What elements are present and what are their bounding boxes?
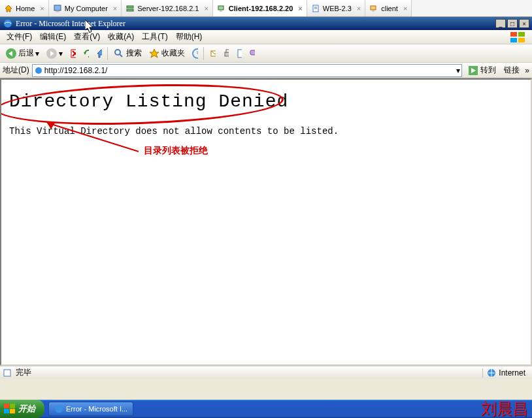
edit-button[interactable]: [233, 48, 244, 59]
chevron-down-icon: ▾: [59, 49, 63, 58]
task-label: Error - Microsoft I...: [66, 405, 127, 413]
svg-rect-4: [127, 9, 133, 11]
window-title: Error - Microsoft Internet Explorer: [16, 19, 125, 29]
svg-rect-5: [218, 6, 224, 10]
address-box[interactable]: ▾: [32, 64, 463, 77]
page-done-icon: [3, 368, 13, 378]
tab-home[interactable]: Home ×: [0, 0, 49, 16]
security-zone: Internet: [482, 368, 529, 378]
back-label: 后退: [18, 48, 34, 59]
svg-rect-46: [10, 404, 15, 408]
tab-my-computer[interactable]: My Computer ×: [49, 0, 122, 16]
favorites-label: 收藏夹: [161, 48, 185, 59]
chevron-right-icon[interactable]: »: [525, 66, 529, 75]
taskbar-task[interactable]: Error - Microsoft I...: [48, 402, 133, 416]
menu-view[interactable]: 查看(V): [70, 30, 104, 44]
close-icon[interactable]: ×: [204, 5, 208, 12]
svg-rect-34: [226, 50, 229, 52]
links-label[interactable]: 链接: [501, 65, 522, 76]
svg-rect-43: [4, 370, 10, 376]
windows-logo-icon: [4, 404, 16, 414]
annotation-arrow: [41, 119, 145, 158]
svg-point-49: [55, 405, 63, 413]
windows-flag-icon: [507, 31, 529, 43]
svg-rect-33: [225, 52, 229, 56]
back-button[interactable]: 后退 ▾: [3, 46, 42, 61]
svg-rect-6: [220, 10, 222, 12]
svg-rect-11: [372, 10, 374, 12]
svg-rect-1: [54, 5, 61, 10]
print-button[interactable]: [220, 48, 231, 59]
internet-icon: [487, 368, 496, 378]
zone-label: Internet: [499, 368, 525, 378]
discuss-button[interactable]: [246, 48, 258, 59]
ie-status-bar: 完毕 Internet: [0, 366, 532, 379]
menu-help[interactable]: 帮助(H): [172, 30, 207, 44]
error-heading: Directory Listing Denied: [9, 91, 523, 112]
close-button[interactable]: ×: [519, 19, 529, 28]
forward-icon: [46, 48, 58, 59]
maximize-button[interactable]: □: [507, 19, 518, 28]
tab-label: Server-192.168.2.1: [137, 5, 199, 12]
svg-line-27: [120, 54, 122, 57]
search-label: 搜索: [126, 48, 142, 59]
svg-marker-0: [5, 5, 12, 12]
search-button[interactable]: 搜索: [110, 46, 144, 61]
address-label: 地址(D): [3, 65, 29, 76]
back-icon: [5, 48, 17, 59]
signature-watermark: 刘晨昌: [481, 398, 528, 418]
tab-label: Client-192.168.2.20: [229, 5, 293, 12]
ie-icon: [3, 18, 13, 29]
menu-file[interactable]: 文件(F): [3, 30, 36, 44]
close-icon[interactable]: ×: [357, 5, 361, 12]
svg-rect-48: [10, 409, 15, 413]
tab-web[interactable]: WEB-2.3 ×: [307, 0, 365, 16]
start-button[interactable]: 开始: [0, 400, 44, 418]
menu-tools[interactable]: 工具(T): [138, 30, 171, 44]
go-button[interactable]: 转到: [465, 65, 499, 76]
menu-favorites[interactable]: 收藏(A): [104, 30, 138, 44]
mail-button[interactable]: [207, 48, 218, 59]
server-icon: [125, 4, 135, 13]
svg-line-31: [197, 54, 198, 55]
toolbar: 后退 ▾ ▾ 搜索 收藏夹: [0, 44, 532, 63]
tab-label: My Computer: [65, 5, 108, 12]
menu-edit[interactable]: 编辑(E): [36, 30, 70, 44]
svg-rect-14: [518, 32, 525, 37]
forward-button[interactable]: ▾: [43, 46, 65, 61]
svg-rect-2: [56, 11, 59, 12]
svg-marker-25: [97, 50, 102, 57]
tab-client2[interactable]: client ×: [365, 0, 412, 16]
chevron-down-icon: ▾: [35, 49, 39, 58]
svg-rect-10: [371, 6, 376, 10]
start-label: 开始: [18, 403, 35, 415]
svg-line-41: [47, 123, 139, 152]
refresh-button[interactable]: [80, 48, 91, 59]
page-icon: [34, 66, 44, 75]
url-input[interactable]: [44, 66, 457, 75]
svg-marker-28: [150, 49, 159, 57]
svg-rect-3: [127, 6, 133, 8]
stop-button[interactable]: [67, 48, 78, 59]
close-icon[interactable]: ×: [298, 5, 302, 12]
page-icon: [311, 4, 320, 13]
address-bar: 地址(D) ▾ 转到 链接 »: [0, 63, 532, 78]
close-icon[interactable]: ×: [403, 5, 407, 12]
search-icon: [113, 48, 125, 59]
home-icon: [4, 4, 13, 13]
chevron-down-icon[interactable]: ▾: [456, 66, 460, 75]
tab-label: WEB-2.3: [323, 5, 352, 12]
go-label: 转到: [480, 65, 496, 76]
tab-client-active[interactable]: Client-192.168.2.20 ×: [213, 0, 307, 16]
history-button[interactable]: [189, 48, 201, 59]
annotation-text: 目录列表被拒绝: [144, 145, 208, 157]
client-icon: [217, 4, 226, 13]
home-button[interactable]: [93, 48, 105, 59]
close-icon[interactable]: ×: [40, 5, 44, 12]
svg-rect-37: [250, 50, 255, 55]
close-icon[interactable]: ×: [113, 5, 117, 12]
favorites-button[interactable]: 收藏夹: [146, 46, 188, 61]
minimize-button[interactable]: _: [495, 19, 506, 28]
tab-server[interactable]: Server-192.168.2.1 ×: [122, 0, 213, 16]
svg-rect-47: [4, 409, 9, 413]
